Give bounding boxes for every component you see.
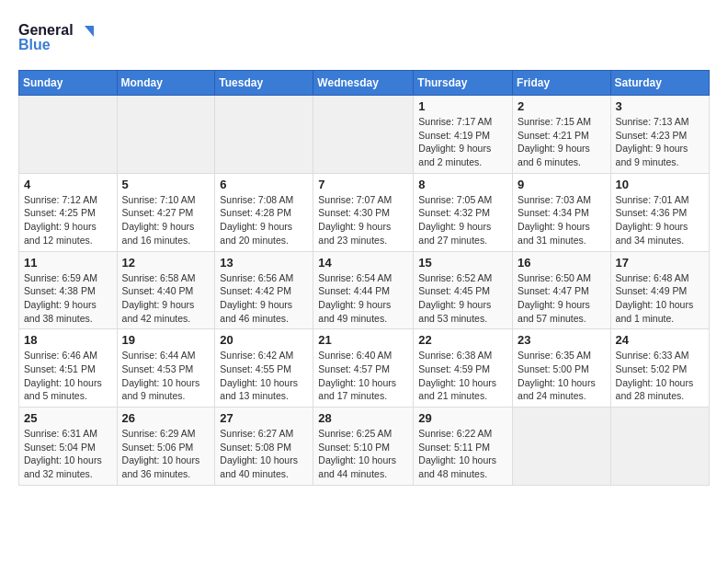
- day-number: 4: [24, 178, 112, 191]
- day-info: Sunrise: 7:03 AM Sunset: 4:34 PM Dayligh…: [518, 193, 606, 247]
- calendar-cell: [610, 408, 709, 486]
- calendar-cell: 18Sunrise: 6:46 AM Sunset: 4:51 PM Dayli…: [19, 329, 118, 408]
- day-number: 7: [318, 178, 408, 191]
- calendar-cell: 11Sunrise: 6:59 AM Sunset: 4:38 PM Dayli…: [19, 251, 118, 329]
- calendar-cell: [313, 96, 414, 174]
- day-number: 3: [616, 99, 704, 113]
- day-info: Sunrise: 7:15 AM Sunset: 4:21 PM Dayligh…: [518, 115, 606, 169]
- day-number: 15: [418, 256, 507, 270]
- day-number: 17: [616, 256, 704, 270]
- calendar-week: 18Sunrise: 6:46 AM Sunset: 4:51 PM Dayli…: [19, 329, 710, 408]
- day-info: Sunrise: 6:58 AM Sunset: 4:40 PM Dayligh…: [122, 271, 210, 326]
- day-info: Sunrise: 6:46 AM Sunset: 4:51 PM Dayligh…: [24, 349, 112, 403]
- day-info: Sunrise: 7:01 AM Sunset: 4:36 PM Dayligh…: [616, 193, 704, 247]
- calendar-cell: 26Sunrise: 6:29 AM Sunset: 5:06 PM Dayli…: [117, 408, 215, 486]
- day-number: 20: [220, 333, 308, 347]
- calendar-cell: 2Sunrise: 7:15 AM Sunset: 4:21 PM Daylig…: [513, 96, 611, 174]
- calendar-cell: 8Sunrise: 7:05 AM Sunset: 4:32 PM Daylig…: [414, 173, 513, 251]
- day-info: Sunrise: 6:42 AM Sunset: 4:55 PM Dayligh…: [220, 349, 308, 403]
- day-number: 19: [122, 333, 210, 347]
- calendar-cell: 13Sunrise: 6:56 AM Sunset: 4:42 PM Dayli…: [215, 251, 313, 329]
- calendar-cell: 9Sunrise: 7:03 AM Sunset: 4:34 PM Daylig…: [513, 173, 611, 251]
- calendar-cell: 23Sunrise: 6:35 AM Sunset: 5:00 PM Dayli…: [513, 329, 611, 408]
- calendar-cell: [117, 96, 215, 174]
- calendar-cell: 15Sunrise: 6:52 AM Sunset: 4:45 PM Dayli…: [414, 251, 513, 329]
- calendar-cell: 12Sunrise: 6:58 AM Sunset: 4:40 PM Dayli…: [117, 251, 215, 329]
- day-number: 29: [418, 411, 507, 425]
- logo: General Blue: [18, 18, 101, 55]
- day-info: Sunrise: 7:10 AM Sunset: 4:27 PM Dayligh…: [122, 193, 210, 247]
- day-info: Sunrise: 6:29 AM Sunset: 5:06 PM Dayligh…: [122, 427, 210, 481]
- calendar-cell: 17Sunrise: 6:48 AM Sunset: 4:49 PM Dayli…: [610, 251, 709, 329]
- day-info: Sunrise: 6:56 AM Sunset: 4:42 PM Dayligh…: [220, 271, 308, 326]
- calendar-cell: 16Sunrise: 6:50 AM Sunset: 4:47 PM Dayli…: [513, 251, 611, 329]
- calendar-week: 11Sunrise: 6:59 AM Sunset: 4:38 PM Dayli…: [19, 251, 710, 329]
- day-number: 28: [318, 411, 408, 425]
- day-info: Sunrise: 6:44 AM Sunset: 4:53 PM Dayligh…: [122, 349, 210, 403]
- calendar-cell: 14Sunrise: 6:54 AM Sunset: 4:44 PM Dayli…: [313, 251, 414, 329]
- day-number: 12: [122, 256, 210, 270]
- calendar-cell: 25Sunrise: 6:31 AM Sunset: 5:04 PM Dayli…: [19, 408, 118, 486]
- day-number: 18: [24, 333, 112, 347]
- calendar-cell: 24Sunrise: 6:33 AM Sunset: 5:02 PM Dayli…: [610, 329, 709, 408]
- svg-text:General: General: [18, 22, 74, 38]
- calendar-cell: 1Sunrise: 7:17 AM Sunset: 4:19 PM Daylig…: [414, 96, 513, 174]
- calendar-table: SundayMondayTuesdayWednesdayThursdayFrid…: [18, 70, 710, 486]
- svg-text:Blue: Blue: [18, 37, 51, 52]
- day-info: Sunrise: 6:33 AM Sunset: 5:02 PM Dayligh…: [616, 349, 704, 403]
- day-info: Sunrise: 7:05 AM Sunset: 4:32 PM Dayligh…: [418, 193, 507, 247]
- day-info: Sunrise: 6:52 AM Sunset: 4:45 PM Dayligh…: [418, 271, 507, 326]
- day-info: Sunrise: 7:08 AM Sunset: 4:28 PM Dayligh…: [220, 193, 308, 247]
- calendar-cell: 19Sunrise: 6:44 AM Sunset: 4:53 PM Dayli…: [117, 329, 215, 408]
- day-info: Sunrise: 6:48 AM Sunset: 4:49 PM Dayligh…: [616, 271, 704, 326]
- day-number: 16: [518, 256, 606, 270]
- calendar-cell: 28Sunrise: 6:25 AM Sunset: 5:10 PM Dayli…: [313, 408, 414, 486]
- day-number: 26: [122, 411, 210, 425]
- day-number: 8: [418, 178, 507, 191]
- header: General Blue: [18, 18, 710, 55]
- calendar-cell: 20Sunrise: 6:42 AM Sunset: 4:55 PM Dayli…: [215, 329, 313, 408]
- day-number: 13: [220, 256, 308, 270]
- day-number: 23: [518, 333, 606, 347]
- day-number: 22: [418, 333, 507, 347]
- day-info: Sunrise: 6:31 AM Sunset: 5:04 PM Dayligh…: [24, 427, 112, 481]
- dow-cell: Saturday: [610, 71, 709, 96]
- calendar-cell: 29Sunrise: 6:22 AM Sunset: 5:11 PM Dayli…: [414, 408, 513, 486]
- day-info: Sunrise: 6:35 AM Sunset: 5:00 PM Dayligh…: [518, 349, 606, 403]
- day-number: 11: [24, 256, 112, 270]
- calendar-cell: 21Sunrise: 6:40 AM Sunset: 4:57 PM Dayli…: [313, 329, 414, 408]
- day-info: Sunrise: 7:07 AM Sunset: 4:30 PM Dayligh…: [318, 193, 408, 247]
- day-info: Sunrise: 6:25 AM Sunset: 5:10 PM Dayligh…: [318, 427, 408, 481]
- calendar-cell: 5Sunrise: 7:10 AM Sunset: 4:27 PM Daylig…: [117, 173, 215, 251]
- day-number: 24: [616, 333, 704, 347]
- calendar-cell: 4Sunrise: 7:12 AM Sunset: 4:25 PM Daylig…: [19, 173, 118, 251]
- calendar-cell: [513, 408, 611, 486]
- day-info: Sunrise: 7:12 AM Sunset: 4:25 PM Dayligh…: [24, 193, 112, 247]
- dow-cell: Friday: [513, 71, 611, 96]
- calendar-week: 25Sunrise: 6:31 AM Sunset: 5:04 PM Dayli…: [19, 408, 710, 486]
- calendar-cell: [19, 96, 118, 174]
- day-number: 5: [122, 178, 210, 191]
- day-info: Sunrise: 6:27 AM Sunset: 5:08 PM Dayligh…: [220, 427, 308, 481]
- calendar-cell: 22Sunrise: 6:38 AM Sunset: 4:59 PM Dayli…: [414, 329, 513, 408]
- day-number: 14: [318, 256, 408, 270]
- day-info: Sunrise: 6:54 AM Sunset: 4:44 PM Dayligh…: [318, 271, 408, 326]
- days-of-week-header: SundayMondayTuesdayWednesdayThursdayFrid…: [19, 71, 710, 96]
- dow-cell: Wednesday: [313, 71, 414, 96]
- day-number: 25: [24, 411, 112, 425]
- day-info: Sunrise: 6:22 AM Sunset: 5:11 PM Dayligh…: [418, 427, 507, 481]
- day-info: Sunrise: 7:17 AM Sunset: 4:19 PM Dayligh…: [418, 115, 507, 169]
- day-info: Sunrise: 6:38 AM Sunset: 4:59 PM Dayligh…: [418, 349, 507, 403]
- dow-cell: Thursday: [414, 71, 513, 96]
- day-info: Sunrise: 6:40 AM Sunset: 4:57 PM Dayligh…: [318, 349, 408, 403]
- day-number: 6: [220, 178, 308, 191]
- day-number: 2: [518, 99, 606, 113]
- dow-cell: Tuesday: [215, 71, 313, 96]
- day-number: 9: [518, 178, 606, 191]
- logo-icon: General Blue: [18, 18, 101, 55]
- day-info: Sunrise: 6:50 AM Sunset: 4:47 PM Dayligh…: [518, 271, 606, 326]
- day-number: 1: [418, 99, 507, 113]
- day-info: Sunrise: 6:59 AM Sunset: 4:38 PM Dayligh…: [24, 271, 112, 326]
- calendar-cell: 27Sunrise: 6:27 AM Sunset: 5:08 PM Dayli…: [215, 408, 313, 486]
- calendar-cell: 6Sunrise: 7:08 AM Sunset: 4:28 PM Daylig…: [215, 173, 313, 251]
